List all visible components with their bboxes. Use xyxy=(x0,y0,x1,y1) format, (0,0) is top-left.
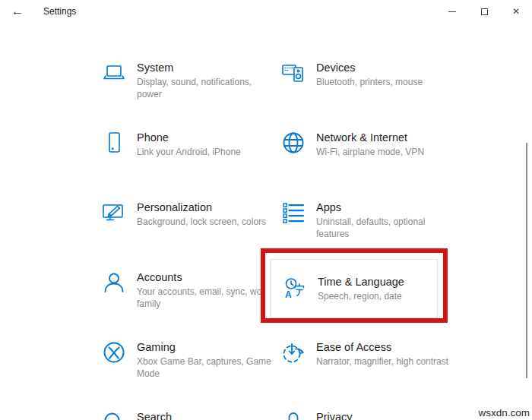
laptop-icon xyxy=(102,61,126,85)
tile-personalization[interactable]: Personalization Background, lock screen,… xyxy=(102,201,278,228)
tile-title: Apps xyxy=(316,201,458,213)
window-title: Settings xyxy=(43,6,76,17)
tile-gaming[interactable]: Gaming Xbox Game Bar, captures, Game Mod… xyxy=(102,340,278,380)
minimize-button[interactable] xyxy=(436,0,468,23)
tile-subtitle: Bluetooth, printers, mouse xyxy=(316,76,423,88)
tile-subtitle: Xbox Game Bar, captures, Game Mode xyxy=(137,355,278,380)
tile-time-language[interactable]: A Time & Language Speech, region, date xyxy=(270,259,438,318)
tile-title: Phone xyxy=(137,131,241,144)
watermark: wsxdn.com xyxy=(478,407,530,418)
xbox-icon xyxy=(102,340,126,365)
lock-icon xyxy=(281,410,306,420)
tile-title: Time & Language xyxy=(318,276,404,288)
tile-apps[interactable]: Apps Uninstall, defaults, optional featu… xyxy=(281,201,458,240)
tile-title: Network & Internet xyxy=(316,131,424,144)
tile-system[interactable]: System Display, sound, notifications, po… xyxy=(102,61,278,100)
tile-subtitle: Wi-Fi, airplane mode, VPN xyxy=(316,146,424,158)
tile-network-internet[interactable]: Network & Internet Wi-Fi, airplane mode,… xyxy=(281,131,458,158)
tile-title: Accounts xyxy=(137,271,278,283)
tile-privacy[interactable]: Privacy xyxy=(281,410,458,420)
maximize-button[interactable] xyxy=(468,0,500,23)
tile-title: Personalization xyxy=(137,201,266,213)
tile-subtitle: Display, sound, notifications, power xyxy=(137,76,278,100)
svg-text:A: A xyxy=(285,289,292,300)
tile-ease-of-access[interactable]: Ease of Access Narrator, magnifier, high… xyxy=(281,340,458,368)
close-button[interactable]: ✕ xyxy=(500,0,532,23)
globe-icon xyxy=(281,131,306,155)
tile-subtitle: Background, lock screen, colors xyxy=(137,216,266,228)
personalization-icon xyxy=(102,201,126,225)
tile-subtitle: Uninstall, defaults, optional features xyxy=(316,216,458,240)
tile-title: System xyxy=(137,62,278,74)
window-controls: ✕ xyxy=(436,0,532,23)
tile-subtitle: Your accounts, email, sync, work, family xyxy=(137,286,278,310)
tile-title: Privacy xyxy=(316,411,353,420)
tile-search[interactable]: Search xyxy=(102,410,278,420)
ease-of-access-icon xyxy=(281,340,306,365)
scrollbar-thumb[interactable] xyxy=(526,143,527,378)
tile-title: Devices xyxy=(316,62,423,74)
tile-devices[interactable]: Devices Bluetooth, printers, mouse xyxy=(281,61,458,88)
time-language-icon: A xyxy=(283,276,307,301)
tile-title: Gaming xyxy=(137,341,278,353)
tile-title: Ease of Access xyxy=(316,341,448,353)
back-button[interactable]: ← xyxy=(6,2,29,21)
tile-title: Search xyxy=(137,411,172,420)
back-arrow-icon: ← xyxy=(11,5,24,18)
titlebar: ← Settings ✕ xyxy=(0,0,532,23)
close-icon: ✕ xyxy=(512,7,520,16)
maximize-icon xyxy=(481,8,488,15)
tile-subtitle: Narrator, magnifier, high contrast xyxy=(316,355,448,368)
tile-subtitle: Link your Android, iPhone xyxy=(137,146,241,158)
tile-phone[interactable]: Phone Link your Android, iPhone xyxy=(102,131,278,158)
tile-subtitle: Speech, region, date xyxy=(318,290,404,302)
minimize-icon xyxy=(448,11,456,12)
person-icon xyxy=(102,270,126,295)
time-language-highlight-rectangle: A Time & Language Speech, region, date xyxy=(261,248,448,323)
apps-list-icon xyxy=(281,201,306,225)
devices-icon xyxy=(281,61,306,85)
tile-accounts[interactable]: Accounts Your accounts, email, sync, wor… xyxy=(102,270,278,310)
phone-icon xyxy=(102,131,126,155)
search-icon xyxy=(102,410,126,420)
